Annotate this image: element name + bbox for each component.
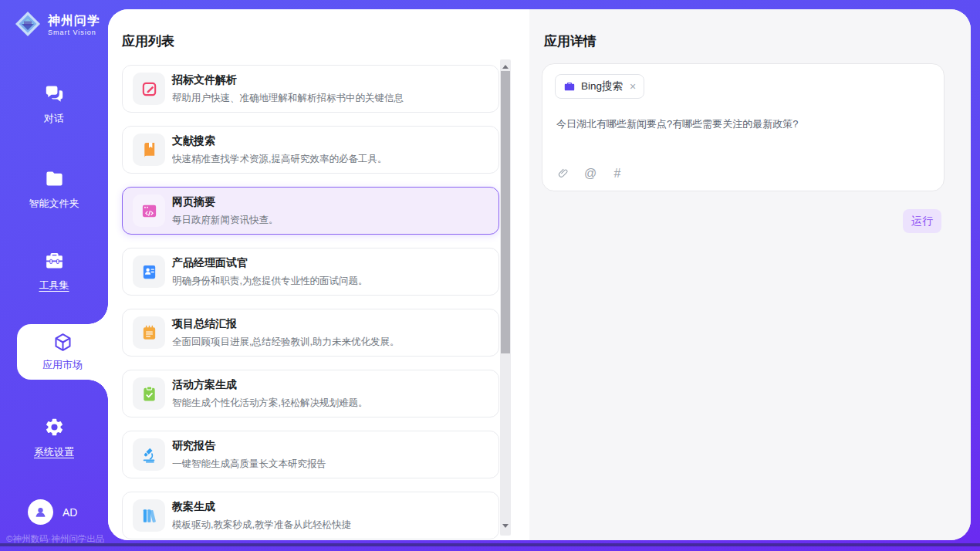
user-account[interactable]: AD (28, 499, 77, 525)
scrollbar-down-icon[interactable] (501, 522, 510, 529)
sidebar-item-settings[interactable]: 系统设置 (0, 417, 108, 459)
app-list-item[interactable]: 产品经理面试官 明确身份和职责,为您提供专业性的面试问题。 (122, 248, 499, 296)
hash-icon[interactable]: # (610, 167, 624, 181)
prompt-card: Bing搜索 × 今日湖北有哪些新闻要点?有哪些需要关注的最新政策? @ # (542, 63, 945, 191)
sidebar: 神州问学 Smart Vision 对话 智能文件夹 工具集 应用市场 系统设置 (0, 0, 108, 551)
sidebar-item-toolset[interactable]: 工具集 (0, 250, 108, 292)
book-icon (140, 141, 158, 159)
brand-tagline: Smart Vision (48, 29, 100, 36)
frame-bottom-divider (0, 543, 980, 546)
app-icon-tile (133, 194, 165, 227)
run-button[interactable]: 运行 (903, 209, 941, 233)
sidebar-item-app-market[interactable]: 应用市场 (17, 324, 108, 380)
app-desc: 智能生成个性化活动方案,轻松解决规划难题。 (172, 397, 491, 410)
brand: 神州问学 Smart Vision (14, 10, 100, 41)
sidebar-item-label: 应用市场 (17, 358, 108, 372)
cube-icon (52, 332, 73, 353)
app-desc: 快速精准查找学术资源,提高研究效率的必备工具。 (172, 153, 491, 166)
sidebar-item-label: 智能文件夹 (0, 197, 108, 211)
pen-icon (140, 80, 158, 98)
app-texts: 教案生成 模板驱动,教案秒成,教学准备从此轻松快捷 (172, 500, 491, 532)
app-icon-tile (133, 377, 165, 410)
app-texts: 网页摘要 每日政府新闻资讯快查。 (172, 195, 491, 227)
app-icon-tile (133, 438, 165, 471)
app-title: 文献搜索 (172, 134, 491, 148)
app-desc: 明确身份和职责,为您提供专业性的面试问题。 (172, 275, 491, 288)
app-list-item[interactable]: 研究报告 一键智能生成高质量长文本研究报告 (122, 431, 499, 478)
app-list-title: 应用列表 (122, 32, 174, 50)
app-title: 活动方案生成 (172, 378, 491, 392)
avatar (28, 499, 53, 525)
app-texts: 研究报告 一键智能生成高质量长文本研究报告 (172, 439, 491, 471)
app-icon-tile (133, 134, 165, 166)
app-title: 项目总结汇报 (172, 317, 491, 331)
gear-icon (44, 417, 65, 438)
app-list-item[interactable]: 招标文件解析 帮助用户快速、准确地理解和解析招标书中的关键信息 (122, 65, 499, 113)
notepad-icon (140, 324, 158, 342)
sidebar-item-smart-folders[interactable]: 智能文件夹 (0, 168, 108, 211)
browser-icon (140, 202, 158, 220)
app-list-item[interactable]: 项目总结汇报 全面回顾项目进展,总结经验教训,助力未来优化发展。 (122, 309, 499, 357)
scrollbar-up-icon[interactable] (501, 63, 510, 70)
app-title: 产品经理面试官 (172, 256, 491, 270)
app-icon-tile (133, 255, 165, 288)
app-desc: 帮助用户快速、准确地理解和解析招标书中的关键信息 (172, 92, 491, 105)
app-texts: 活动方案生成 智能生成个性化活动方案,轻松解决规划难题。 (172, 378, 491, 410)
app-list-item[interactable]: 网页摘要 每日政府新闻资讯快查。 (122, 187, 499, 235)
app-texts: 文献搜索 快速精准查找学术资源,提高研究效率的必备工具。 (172, 134, 491, 166)
app-list-item[interactable]: 活动方案生成 智能生成个性化活动方案,轻松解决规划难题。 (122, 370, 499, 417)
sidebar-item-label: 工具集 (0, 279, 108, 292)
interview-icon (140, 263, 158, 281)
app-title: 研究报告 (172, 439, 491, 453)
briefcase-icon (563, 80, 576, 93)
app-texts: 项目总结汇报 全面回顾项目进展,总结经验教训,助力未来优化发展。 (172, 317, 491, 349)
app-title: 网页摘要 (172, 195, 491, 209)
books-icon (140, 507, 158, 525)
app-list-item[interactable]: 教案生成 模板驱动,教案秒成,教学准备从此轻松快捷 (122, 492, 499, 539)
app-texts: 招标文件解析 帮助用户快速、准确地理解和解析招标书中的关键信息 (172, 73, 491, 105)
sidebar-item-chat[interactable]: 对话 (0, 83, 108, 126)
folder-icon (44, 168, 65, 189)
app-title: 招标文件解析 (172, 73, 491, 87)
toolbox-icon (44, 250, 65, 271)
brand-name: 神州问学 (48, 15, 100, 27)
tool-tag-label: Bing搜索 (581, 79, 623, 93)
app-desc: 全面回顾项目进展,总结经验教训,助力未来优化发展。 (172, 336, 491, 349)
app-list-item[interactable]: 文献搜索 快速精准查找学术资源,提高研究效率的必备工具。 (122, 126, 499, 174)
copyright-text: ©神州数码·神州问学出品 (6, 533, 104, 545)
app-desc: 一键智能生成高质量长文本研究报告 (172, 458, 491, 471)
mention-icon[interactable]: @ (583, 167, 597, 181)
app-icon-tile (133, 73, 165, 105)
app-detail-panel: 应用详情 Bing搜索 × 今日湖北有哪些新闻要点?有哪些需要关注的最新政策? … (529, 9, 971, 540)
app-desc: 每日政府新闻资讯快查。 (172, 214, 491, 227)
paperclip-icon[interactable] (556, 167, 570, 181)
app-icon-tile (133, 499, 165, 532)
app-list: 招标文件解析 帮助用户快速、准确地理解和解析招标书中的关键信息 文献搜索 快速精… (122, 65, 499, 540)
chat-icon (44, 83, 65, 104)
remove-tag-icon[interactable]: × (630, 80, 636, 93)
app-desc: 模板驱动,教案秒成,教学准备从此轻松快捷 (172, 519, 491, 532)
sidebar-item-label: 对话 (0, 112, 108, 126)
query-input[interactable]: 今日湖北有哪些新闻要点?有哪些需要关注的最新政策? (556, 117, 931, 132)
app-icon-tile (133, 316, 165, 349)
app-title: 教案生成 (172, 500, 491, 514)
tool-tag-bing-search[interactable]: Bing搜索 × (555, 74, 644, 99)
app-list-panel: 应用列表 招标文件解析 帮助用户快速、准确地理解和解析招标书中的关键信息 文献搜… (108, 9, 529, 540)
scrollbar-thumb[interactable] (501, 71, 510, 353)
prompt-toolbar: @ # (556, 167, 624, 181)
user-initials: AD (63, 506, 77, 519)
app-texts: 产品经理面试官 明确身份和职责,为您提供专业性的面试问题。 (172, 256, 491, 288)
app-detail-title: 应用详情 (544, 32, 596, 50)
microscope-icon (140, 446, 158, 464)
clipboard-icon (140, 385, 158, 403)
main-content: 应用列表 招标文件解析 帮助用户快速、准确地理解和解析招标书中的关键信息 文献搜… (108, 9, 971, 540)
brand-diamond-logo-icon (14, 10, 42, 41)
sidebar-item-label: 系统设置 (0, 445, 108, 459)
